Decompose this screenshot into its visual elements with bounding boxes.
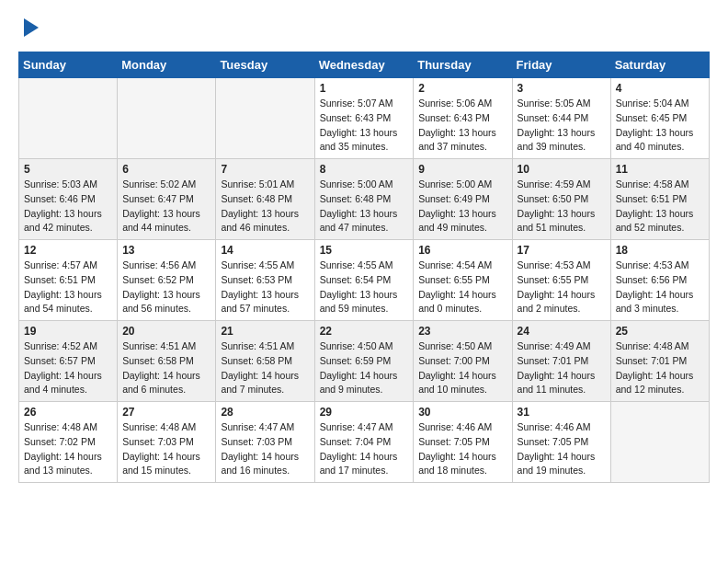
day-info: Sunrise: 4:49 AM Sunset: 7:01 PM Dayligh… xyxy=(518,339,606,397)
week-row-4: 19Sunrise: 4:52 AM Sunset: 6:57 PM Dayli… xyxy=(19,321,710,402)
day-number: 29 xyxy=(320,406,409,419)
day-cell: 24Sunrise: 4:49 AM Sunset: 7:01 PM Dayli… xyxy=(512,321,610,402)
day-cell: 31Sunrise: 4:46 AM Sunset: 7:05 PM Dayli… xyxy=(512,402,610,483)
day-cell: 2Sunrise: 5:06 AM Sunset: 6:43 PM Daylig… xyxy=(414,78,512,159)
col-header-friday: Friday xyxy=(512,52,610,78)
day-number: 28 xyxy=(221,406,309,419)
day-number: 23 xyxy=(418,325,506,338)
week-row-5: 26Sunrise: 4:48 AM Sunset: 7:02 PM Dayli… xyxy=(19,402,710,483)
day-cell: 3Sunrise: 5:05 AM Sunset: 6:44 PM Daylig… xyxy=(512,78,610,159)
day-cell: 13Sunrise: 4:56 AM Sunset: 6:52 PM Dayli… xyxy=(118,240,216,321)
day-info: Sunrise: 5:04 AM Sunset: 6:45 PM Dayligh… xyxy=(616,97,704,155)
day-cell: 11Sunrise: 4:58 AM Sunset: 6:51 PM Dayli… xyxy=(610,159,709,240)
day-info: Sunrise: 5:06 AM Sunset: 6:43 PM Dayligh… xyxy=(418,97,506,155)
day-info: Sunrise: 4:52 AM Sunset: 6:57 PM Dayligh… xyxy=(24,339,112,397)
day-number: 26 xyxy=(24,406,112,419)
day-number: 15 xyxy=(320,244,409,257)
day-info: Sunrise: 4:59 AM Sunset: 6:50 PM Dayligh… xyxy=(518,178,606,236)
col-header-monday: Monday xyxy=(118,52,216,78)
day-number: 1 xyxy=(320,82,409,95)
day-cell: 12Sunrise: 4:57 AM Sunset: 6:51 PM Dayli… xyxy=(19,240,118,321)
col-header-saturday: Saturday xyxy=(610,52,709,78)
calendar-table: SundayMondayTuesdayWednesdayThursdayFrid… xyxy=(18,52,710,483)
day-cell: 25Sunrise: 4:48 AM Sunset: 7:01 PM Dayli… xyxy=(610,321,709,402)
day-info: Sunrise: 4:46 AM Sunset: 7:05 PM Dayligh… xyxy=(418,420,506,478)
day-number: 8 xyxy=(320,163,409,176)
col-header-thursday: Thursday xyxy=(414,52,512,78)
day-cell: 16Sunrise: 4:54 AM Sunset: 6:55 PM Dayli… xyxy=(414,240,512,321)
day-info: Sunrise: 5:05 AM Sunset: 6:44 PM Dayligh… xyxy=(518,97,606,155)
day-cell: 8Sunrise: 5:00 AM Sunset: 6:48 PM Daylig… xyxy=(314,159,414,240)
day-info: Sunrise: 4:47 AM Sunset: 7:04 PM Dayligh… xyxy=(320,420,409,478)
day-info: Sunrise: 4:53 AM Sunset: 6:56 PM Dayligh… xyxy=(616,259,704,316)
day-number: 18 xyxy=(616,244,704,257)
day-cell: 19Sunrise: 4:52 AM Sunset: 6:57 PM Dayli… xyxy=(19,321,118,402)
day-cell: 1Sunrise: 5:07 AM Sunset: 6:43 PM Daylig… xyxy=(314,78,414,159)
day-number: 7 xyxy=(221,163,309,176)
day-cell: 23Sunrise: 4:50 AM Sunset: 7:00 PM Dayli… xyxy=(414,321,512,402)
day-number: 19 xyxy=(24,325,112,338)
day-cell xyxy=(19,78,118,159)
day-info: Sunrise: 5:03 AM Sunset: 6:46 PM Dayligh… xyxy=(24,178,112,236)
day-cell: 22Sunrise: 4:50 AM Sunset: 6:59 PM Dayli… xyxy=(314,321,414,402)
day-info: Sunrise: 4:46 AM Sunset: 7:05 PM Dayligh… xyxy=(518,420,606,478)
day-info: Sunrise: 4:55 AM Sunset: 6:53 PM Dayligh… xyxy=(221,259,309,316)
logo xyxy=(18,18,39,37)
day-info: Sunrise: 5:07 AM Sunset: 6:43 PM Dayligh… xyxy=(320,97,409,155)
day-number: 10 xyxy=(518,163,606,176)
day-number: 14 xyxy=(221,244,309,257)
day-cell: 9Sunrise: 5:00 AM Sunset: 6:49 PM Daylig… xyxy=(414,159,512,240)
day-info: Sunrise: 4:56 AM Sunset: 6:52 PM Dayligh… xyxy=(122,259,210,316)
day-cell: 10Sunrise: 4:59 AM Sunset: 6:50 PM Dayli… xyxy=(512,159,610,240)
day-cell: 5Sunrise: 5:03 AM Sunset: 6:46 PM Daylig… xyxy=(19,159,118,240)
day-info: Sunrise: 4:48 AM Sunset: 7:02 PM Dayligh… xyxy=(24,420,112,478)
day-number: 20 xyxy=(122,325,210,338)
day-info: Sunrise: 5:00 AM Sunset: 6:48 PM Dayligh… xyxy=(320,178,409,236)
day-info: Sunrise: 5:02 AM Sunset: 6:47 PM Dayligh… xyxy=(122,178,210,236)
day-cell: 28Sunrise: 4:47 AM Sunset: 7:03 PM Dayli… xyxy=(216,402,314,483)
day-info: Sunrise: 4:51 AM Sunset: 6:58 PM Dayligh… xyxy=(122,339,210,397)
day-number: 22 xyxy=(320,325,409,338)
week-row-1: 1Sunrise: 5:07 AM Sunset: 6:43 PM Daylig… xyxy=(19,78,710,159)
col-header-sunday: Sunday xyxy=(19,52,118,78)
day-number: 5 xyxy=(24,163,112,176)
day-number: 24 xyxy=(518,325,606,338)
day-number: 9 xyxy=(418,163,506,176)
day-number: 11 xyxy=(616,163,704,176)
page-header xyxy=(18,18,710,37)
day-cell: 6Sunrise: 5:02 AM Sunset: 6:47 PM Daylig… xyxy=(118,159,216,240)
logo-arrow-icon xyxy=(24,18,39,37)
day-cell: 17Sunrise: 4:53 AM Sunset: 6:55 PM Dayli… xyxy=(512,240,610,321)
day-number: 31 xyxy=(518,406,606,419)
day-number: 3 xyxy=(518,82,606,95)
col-header-tuesday: Tuesday xyxy=(216,52,314,78)
day-info: Sunrise: 4:57 AM Sunset: 6:51 PM Dayligh… xyxy=(24,259,112,316)
day-number: 30 xyxy=(418,406,506,419)
day-info: Sunrise: 4:48 AM Sunset: 7:03 PM Dayligh… xyxy=(122,420,210,478)
day-info: Sunrise: 4:55 AM Sunset: 6:54 PM Dayligh… xyxy=(320,259,409,316)
day-number: 13 xyxy=(122,244,210,257)
day-info: Sunrise: 4:47 AM Sunset: 7:03 PM Dayligh… xyxy=(221,420,309,478)
day-info: Sunrise: 4:58 AM Sunset: 6:51 PM Dayligh… xyxy=(616,178,704,236)
day-cell xyxy=(610,402,709,483)
day-number: 25 xyxy=(616,325,704,338)
day-cell: 29Sunrise: 4:47 AM Sunset: 7:04 PM Dayli… xyxy=(314,402,414,483)
day-cell: 4Sunrise: 5:04 AM Sunset: 6:45 PM Daylig… xyxy=(610,78,709,159)
day-number: 4 xyxy=(616,82,704,95)
header-row: SundayMondayTuesdayWednesdayThursdayFrid… xyxy=(19,52,710,78)
col-header-wednesday: Wednesday xyxy=(314,52,414,78)
day-info: Sunrise: 5:01 AM Sunset: 6:48 PM Dayligh… xyxy=(221,178,309,236)
day-info: Sunrise: 4:50 AM Sunset: 6:59 PM Dayligh… xyxy=(320,339,409,397)
day-number: 21 xyxy=(221,325,309,338)
day-cell: 30Sunrise: 4:46 AM Sunset: 7:05 PM Dayli… xyxy=(414,402,512,483)
day-info: Sunrise: 4:51 AM Sunset: 6:58 PM Dayligh… xyxy=(221,339,309,397)
day-number: 12 xyxy=(24,244,112,257)
day-cell: 14Sunrise: 4:55 AM Sunset: 6:53 PM Dayli… xyxy=(216,240,314,321)
day-number: 17 xyxy=(518,244,606,257)
day-cell: 18Sunrise: 4:53 AM Sunset: 6:56 PM Dayli… xyxy=(610,240,709,321)
day-cell xyxy=(118,78,216,159)
day-info: Sunrise: 4:54 AM Sunset: 6:55 PM Dayligh… xyxy=(418,259,506,316)
week-row-3: 12Sunrise: 4:57 AM Sunset: 6:51 PM Dayli… xyxy=(19,240,710,321)
day-number: 2 xyxy=(418,82,506,95)
day-number: 16 xyxy=(418,244,506,257)
